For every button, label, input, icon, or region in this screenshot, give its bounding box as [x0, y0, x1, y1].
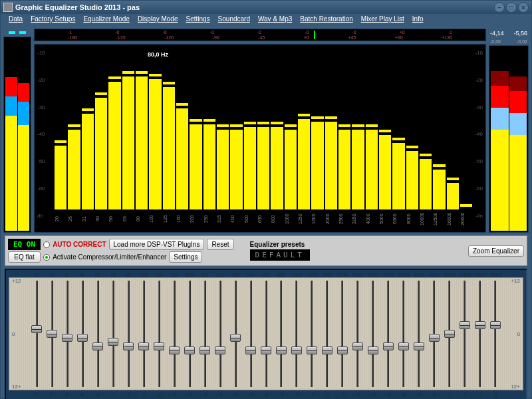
eq-slider-31[interactable]: [60, 281, 75, 387]
menu-settings[interactable]: Settings: [183, 14, 212, 26]
reset-button[interactable]: Reset: [207, 239, 233, 250]
eq-slider-40[interactable]: [75, 281, 90, 387]
eq-slider-317[interactable]: [213, 281, 228, 387]
app-window: Graphic Equalizer Studio 2013 - pas – □ …: [0, 0, 532, 399]
eq-slider-2016[interactable]: [334, 281, 350, 387]
spectrum-bar: [122, 76, 134, 209]
eq-slider-thumb[interactable]: [245, 346, 256, 354]
eq-slider-thumb[interactable]: [398, 342, 409, 350]
eq-slider-50[interactable]: [90, 281, 106, 387]
eq-slider-20[interactable]: [29, 281, 45, 387]
eq-slider-400[interactable]: [228, 281, 243, 387]
eq-slider-thumb[interactable]: [307, 346, 317, 354]
spectrum-freq-label: 80,0 Hz: [148, 51, 168, 58]
eq-slider-thumb[interactable]: [169, 346, 180, 354]
menu-factory-setups[interactable]: Factory Setups: [28, 14, 78, 26]
eq-slider-504[interactable]: [243, 281, 259, 387]
eq-slider-1008[interactable]: [289, 281, 304, 387]
eq-slider-12800[interactable]: [457, 281, 472, 387]
eq-slider-thumb[interactable]: [337, 346, 348, 354]
eq-slider-200[interactable]: [182, 281, 198, 387]
preset-display[interactable]: DEFAULT: [250, 249, 310, 261]
spectrum-bar: [55, 146, 66, 209]
settings-button[interactable]: Settings: [169, 251, 202, 263]
eq-slider-126[interactable]: [152, 281, 167, 387]
eq-slider-thumb[interactable]: [490, 321, 501, 329]
eq-slider-thumb[interactable]: [429, 334, 440, 342]
spectrum-bar: [447, 183, 459, 209]
eq-slider-thumb[interactable]: [276, 346, 287, 354]
eq-slider-5080[interactable]: [396, 281, 411, 387]
eq-slider-thumb[interactable]: [138, 342, 149, 350]
load-plugins-button[interactable]: Load more DSP-VST PlugIns: [109, 239, 205, 250]
eq-slider-thumb[interactable]: [62, 334, 72, 342]
spectrum-bar: [338, 130, 350, 209]
minimize-button[interactable]: –: [494, 2, 505, 13]
eq-slider-thumb[interactable]: [154, 342, 164, 350]
eq-slider-800[interactable]: [274, 281, 289, 387]
spectrum-bar: [298, 119, 310, 209]
eq-slider-63[interactable]: [106, 281, 121, 387]
eq-on-toggle[interactable]: EQ ON: [8, 239, 41, 250]
eq-slider-2540[interactable]: [350, 281, 365, 387]
spectrum-bar: [406, 151, 418, 209]
eq-slider-thumb[interactable]: [200, 346, 210, 354]
eq-slider-thumb[interactable]: [460, 321, 470, 329]
spectrum-bar: [433, 170, 445, 209]
eq-slider-3200[interactable]: [365, 281, 380, 387]
spectrum-bar: [352, 130, 364, 209]
eq-slider-thumb[interactable]: [291, 346, 302, 354]
menu-batch-restoration[interactable]: Batch Restoration: [297, 14, 356, 26]
eq-slider-thumb[interactable]: [261, 346, 271, 354]
right-meter: -4,14 -5,56 -0,08 -0,02: [489, 29, 529, 233]
eq-slider-20000[interactable]: [487, 281, 503, 387]
menu-soundcard[interactable]: Soundcard: [215, 14, 253, 26]
close-button[interactable]: ×: [518, 2, 529, 13]
menu-display-mode[interactable]: Display Mode: [135, 14, 181, 26]
eq-slider-8063[interactable]: [426, 281, 442, 387]
eq-slider-100[interactable]: [136, 281, 152, 387]
spectrum-bar: [271, 127, 283, 209]
eq-slider-thumb[interactable]: [444, 330, 455, 338]
eq-slider-thumb[interactable]: [230, 334, 241, 342]
eq-slider-6400[interactable]: [411, 281, 426, 387]
eq-slider-252[interactable]: [198, 281, 213, 387]
menu-mixer-play-list[interactable]: Mixer Play List: [358, 14, 407, 26]
db-right: -5,56: [513, 30, 527, 37]
eq-slider-159[interactable]: [167, 281, 182, 387]
auto-correct-radio[interactable]: [43, 241, 50, 248]
eq-slider-thumb[interactable]: [383, 342, 394, 350]
eq-slider-16507[interactable]: [472, 281, 487, 387]
eq-slider-4032[interactable]: [380, 281, 396, 387]
eq-slider-thumb[interactable]: [123, 342, 134, 350]
eq-slider-1270[interactable]: [304, 281, 319, 387]
eq-slider-thumb[interactable]: [352, 342, 363, 350]
eq-slider-thumb[interactable]: [31, 325, 42, 333]
spectrum-bar: [420, 159, 432, 209]
eq-slider-1600[interactable]: [319, 281, 334, 387]
eq-slider-635[interactable]: [259, 281, 274, 387]
zoom-equalizer-button[interactable]: Zoom Equalizer: [468, 245, 524, 257]
eq-slider-80[interactable]: [121, 281, 136, 387]
eq-slider-thumb[interactable]: [108, 338, 118, 346]
eq-slider-10240[interactable]: [442, 281, 457, 387]
menu-data[interactable]: Data: [6, 14, 25, 26]
spectrum-bar: [325, 122, 337, 209]
eq-slider-thumb[interactable]: [215, 346, 225, 354]
eq-slider-thumb[interactable]: [184, 346, 195, 354]
maximize-button[interactable]: □: [506, 2, 517, 13]
menu-equalizer-mode[interactable]: Equalizer Mode: [80, 14, 132, 26]
eq-flat-button[interactable]: EQ flat: [8, 251, 41, 263]
eq-slider-thumb[interactable]: [92, 342, 103, 350]
eq-slider-25[interactable]: [45, 281, 60, 387]
menu-wav-mp-[interactable]: Wav & Mp3: [255, 14, 295, 26]
menu-info[interactable]: Info: [410, 14, 426, 26]
activate-comp-radio[interactable]: [43, 254, 50, 261]
eq-slider-thumb[interactable]: [414, 342, 424, 350]
eq-slider-thumb[interactable]: [322, 346, 332, 354]
eq-slider-thumb[interactable]: [47, 330, 57, 338]
eq-slider-thumb[interactable]: [77, 334, 88, 342]
eq-slider-thumb[interactable]: [368, 346, 378, 354]
titlebar[interactable]: Graphic Equalizer Studio 2013 - pas – □ …: [1, 1, 531, 14]
eq-slider-thumb[interactable]: [475, 321, 485, 329]
